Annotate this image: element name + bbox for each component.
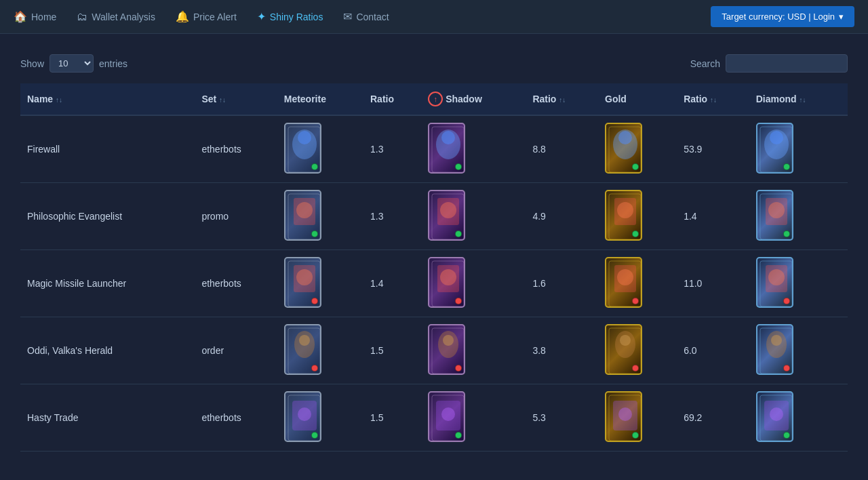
set-sort-icon: ↑↓ (219, 96, 226, 104)
cell-set: etherbots (195, 384, 277, 452)
col-ratio-shadow[interactable]: Ratio ↑↓ (526, 83, 598, 115)
nav-price-label: Price Alert (193, 12, 237, 22)
cell-name: Magic Missile Launcher (20, 250, 195, 317)
search-input[interactable] (726, 54, 848, 73)
cell-gold-card (598, 384, 677, 452)
nav-wallet-label: Wallet Analysis (92, 12, 155, 22)
cell-shadow-ratio: 4.9 (526, 183, 598, 250)
nav-contact-label: Contact (356, 12, 389, 22)
svg-point-10 (770, 131, 783, 144)
cell-gold-ratio: 11.0 (677, 250, 749, 317)
svg-point-19 (617, 202, 633, 218)
cell-diamond-card (749, 115, 848, 183)
cell-name: Oddi, Valka's Herald (20, 317, 195, 384)
bell-icon: 🔔 (176, 10, 189, 23)
cell-shadow-ratio: 1.6 (526, 250, 598, 317)
svg-point-37 (299, 335, 310, 346)
table-row: Magic Missile Launcher etherbots 1.4 1.6 (20, 250, 848, 317)
cell-gold-card (598, 115, 677, 183)
cell-gold-ratio: 6.0 (677, 317, 749, 384)
cell-meteorite-card (277, 250, 363, 317)
svg-point-1 (298, 131, 311, 144)
svg-point-13 (296, 202, 313, 218)
cell-meteorite-card (277, 183, 363, 250)
cell-diamond-card (749, 183, 848, 250)
svg-point-43 (620, 335, 631, 346)
dropdown-arrow-icon: ▾ (839, 12, 844, 22)
cell-shadow-ratio: 3.8 (526, 317, 598, 384)
mail-icon: ✉ (343, 10, 352, 23)
svg-point-40 (443, 335, 454, 346)
cell-shadow-card (421, 384, 526, 452)
cell-diamond-card (749, 317, 848, 384)
table-body: Firewall etherbots 1.3 8.8 (20, 115, 848, 452)
table-row: Oddi, Valka's Herald order 1.5 3.8 (20, 317, 848, 384)
svg-point-34 (768, 269, 785, 285)
cell-diamond-card (749, 250, 848, 317)
nav-contact[interactable]: ✉ Contact (343, 10, 389, 23)
nav-home-label: Home (31, 12, 56, 22)
table-row: Firewall etherbots 1.3 8.8 (20, 115, 848, 183)
cell-gold-card (598, 317, 677, 384)
show-entries-control: Show 10 25 50 100 entries (20, 54, 127, 73)
nav-home[interactable]: 🏠 Home (14, 10, 56, 23)
show-label: Show (20, 58, 44, 69)
cell-gold-ratio: 1.4 (677, 183, 749, 250)
cell-meteorite-ratio: 1.3 (363, 183, 421, 250)
wallet-icon: 🗂 (77, 11, 87, 23)
svg-point-58 (770, 407, 783, 421)
cell-shadow-card (421, 115, 526, 183)
search-control: Search (690, 54, 848, 73)
svg-point-31 (617, 269, 633, 285)
col-set[interactable]: Set ↑↓ (195, 83, 277, 115)
ratio-shadow-sort-icon: ↑↓ (559, 96, 566, 104)
cell-gold-card (598, 250, 677, 317)
col-shadow[interactable]: ↑ Shadow (421, 83, 526, 115)
cell-set: order (195, 317, 277, 384)
ratio-gold-sort-icon: ↑↓ (710, 96, 717, 104)
nav-shiny-label: Shiny Ratios (270, 12, 323, 22)
shiny-icon: ✦ (257, 10, 266, 23)
cell-meteorite-ratio: 1.3 (363, 115, 421, 183)
nav-shiny-ratios[interactable]: ✦ Shiny Ratios (257, 10, 323, 23)
main-content: Show 10 25 50 100 entries Search Name ↑↓ (0, 34, 868, 465)
col-diamond[interactable]: Diamond ↑↓ (749, 83, 848, 115)
col-ratio-meteorite[interactable]: Ratio (363, 83, 421, 115)
cell-diamond-card (749, 384, 848, 452)
entries-select[interactable]: 10 25 50 100 (50, 54, 94, 73)
entries-label: entries (99, 58, 127, 69)
col-ratio-gold[interactable]: Ratio ↑↓ (677, 83, 749, 115)
cell-meteorite-card (277, 384, 363, 452)
cell-gold-ratio: 69.2 (677, 384, 749, 452)
svg-point-7 (618, 131, 632, 144)
cell-meteorite-ratio: 1.4 (363, 250, 421, 317)
target-currency-label: Target currency: USD | Login (722, 12, 835, 22)
cell-shadow-card (421, 317, 526, 384)
svg-point-25 (296, 269, 313, 285)
cell-name: Philosophic Evangelist (20, 183, 195, 250)
cell-shadow-ratio: 5.3 (526, 384, 598, 452)
search-label: Search (690, 58, 720, 69)
svg-point-16 (440, 202, 456, 218)
name-sort-icon: ↑↓ (56, 96, 62, 104)
col-meteorite[interactable]: Meteorite (277, 83, 363, 115)
svg-point-4 (441, 131, 455, 144)
diamond-sort-icon: ↑↓ (800, 96, 806, 104)
nav-wallet-analysis[interactable]: 🗂 Wallet Analysis (77, 11, 155, 23)
svg-point-46 (771, 335, 782, 346)
cell-shadow-card (421, 183, 526, 250)
cell-gold-ratio: 53.9 (677, 115, 749, 183)
cell-set: etherbots (195, 250, 277, 317)
col-gold[interactable]: Gold (598, 83, 677, 115)
svg-point-49 (298, 407, 311, 421)
nav-price-alert[interactable]: 🔔 Price Alert (176, 10, 237, 23)
cell-gold-card (598, 183, 677, 250)
svg-point-22 (768, 202, 785, 218)
cell-meteorite-ratio: 1.5 (363, 317, 421, 384)
home-icon: 🏠 (14, 10, 27, 23)
shadow-sort-highlight: ↑ Shadow (428, 92, 482, 106)
target-currency-button[interactable]: Target currency: USD | Login ▾ (711, 6, 854, 27)
cell-set: promo (195, 183, 277, 250)
col-name[interactable]: Name ↑↓ (20, 83, 195, 115)
svg-point-52 (441, 407, 455, 421)
